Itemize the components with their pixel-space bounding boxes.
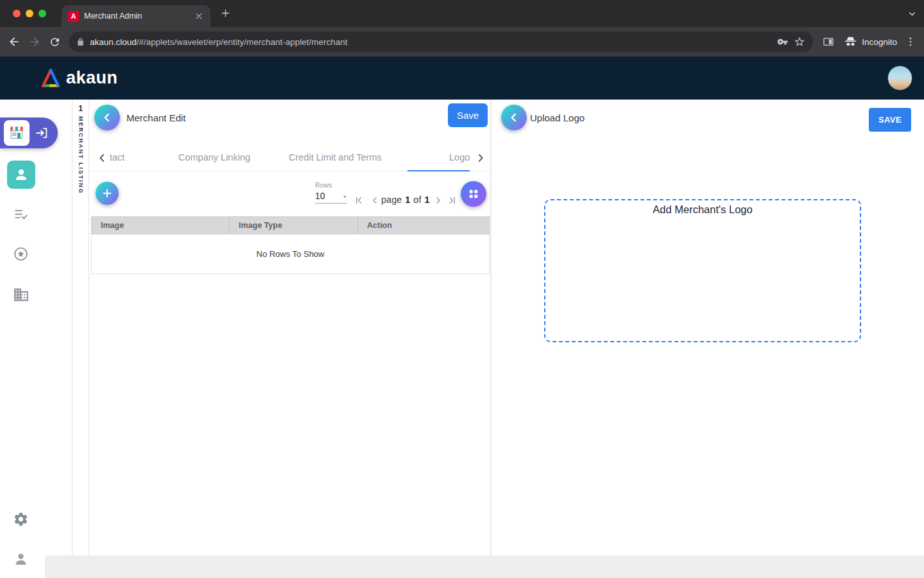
upload-logo-panel: Upload Logo SAVE Add Merchant's Logo [492,100,924,556]
browser-toolbar: akaun.cloud/#/applets/wavelet/erp/entity… [0,27,924,57]
listing-index: 1 [73,104,89,113]
tab-close-icon[interactable] [194,11,204,21]
column-header-image: Image [92,217,229,234]
incognito-label: Incognito [862,37,897,47]
merchant-edit-panel: Merchant Edit Save tact Company Linking … [89,100,491,556]
column-header-image-type: Image Type [229,217,357,234]
reload-button[interactable] [49,36,61,48]
column-header-action: Action [357,217,489,234]
minimize-window-button[interactable] [26,10,33,17]
chevron-down-icon [341,193,348,200]
current-page: 1 [405,195,410,205]
content-area: 1 MERCHANT LISTING Merchant Edit Save ta… [0,100,924,578]
tabs-scroll-right-icon[interactable] [474,152,487,164]
upload-logo-title: Upload Logo [530,112,585,123]
last-page-button[interactable] [447,195,458,206]
user-avatar[interactable] [887,66,912,91]
active-tab-underline [407,170,470,171]
plus-icon [101,187,114,200]
akaun-logo-icon [40,68,62,89]
address-bar[interactable]: akaun.cloud/#/applets/wavelet/erp/entity… [69,31,813,52]
first-page-button[interactable] [354,195,364,206]
password-key-icon[interactable] [777,36,789,48]
building-icon [13,286,30,303]
tab-search-chevron-icon[interactable] [907,8,918,19]
sidebar-item-settings[interactable] [13,511,29,527]
brand: akaun [40,68,118,89]
table-header-row: Image Image Type Action [91,216,490,234]
window-controls [13,10,46,17]
gear-icon [13,511,29,527]
total-pages: 1 [424,195,429,205]
add-image-button[interactable] [96,182,119,205]
side-panel-icon[interactable] [822,35,835,48]
close-window-button[interactable] [13,10,21,17]
sidebar-gutter [45,100,72,556]
tab-credit-limit-and-terms[interactable]: Credit Limit and Terms [289,152,382,162]
sidebar-item-favorites[interactable] [13,246,29,262]
arrow-left-icon [100,110,114,125]
tabs-scroll-left-icon[interactable] [96,152,108,164]
images-table: Image Image Type Action No Rows To Show [91,216,490,274]
new-tab-button[interactable] [219,7,232,19]
page-indicator: page 1 of 1 [381,195,430,205]
logo-dropzone[interactable]: Add Merchant's Logo [544,199,861,342]
rows-label: Rows [315,181,332,189]
merchant-edit-tabs: tact Company Linking Credit Limit and Te… [89,144,490,171]
rows-per-page-select[interactable]: 10 [315,191,347,204]
enter-applet-icon[interactable] [35,126,49,140]
url-text: akaun.cloud/#/applets/wavelet/erp/entity… [90,37,772,47]
upload-logo-save-button[interactable]: SAVE [869,108,911,132]
grid-icon [467,188,480,200]
merchant-edit-title: Merchant Edit [126,112,186,123]
person-head-icon [13,551,29,567]
tab-company-linking[interactable]: Company Linking [178,152,250,162]
tab-favicon-icon: A [68,11,79,22]
browser-tabstrip: A Merchant Admin [0,0,924,27]
checklist-icon [13,206,30,223]
tab-title: Merchant Admin [84,12,189,21]
fullscreen-window-button[interactable] [38,10,46,17]
sidebar-item-listing[interactable] [13,206,30,223]
back-button[interactable] [8,35,21,48]
previous-page-button[interactable] [370,195,380,206]
listing-label: MERCHANT LISTING [78,116,84,195]
star-circle-icon [13,246,29,262]
table-empty-state: No Rows To Show [91,234,490,274]
url-domain: akaun.cloud [90,37,137,47]
url-path: /#/applets/wavelet/erp/entity/merchant-a… [137,37,348,47]
screen: A Merchant Admin akaun.cloud/#/applet [0,0,924,578]
rows-value: 10 [315,191,325,201]
bookmark-star-icon[interactable] [794,36,805,48]
merchant-edit-save-button[interactable]: Save [448,103,488,127]
storefront-icon [4,120,30,146]
person-icon [13,166,30,183]
sidebar-item-profile[interactable] [7,161,35,189]
sidebar [0,100,45,578]
browser-tab[interactable]: A Merchant Admin [62,5,210,27]
merchant-listing-strip[interactable]: 1 MERCHANT LISTING [72,100,89,556]
upload-logo-back-button[interactable] [501,105,527,130]
merchant-edit-back-button[interactable] [94,105,120,130]
dropzone-label: Add Merchant's Logo [653,204,752,215]
forward-button[interactable] [28,35,41,48]
incognito-icon [844,35,857,49]
sidebar-item-organization[interactable] [13,286,30,303]
arrow-left-icon [507,110,521,125]
incognito-badge: Incognito [844,35,897,49]
page-word: page [381,195,402,205]
lock-icon[interactable] [76,38,85,46]
sidebar-item-merchant-applet[interactable] [0,118,58,148]
brand-name: akaun [66,68,118,88]
of-word: of [413,195,421,205]
tab-logo[interactable]: Logo [449,152,470,162]
app-header: akaun [0,57,924,100]
sidebar-item-account[interactable] [13,551,29,567]
tab-contact[interactable]: tact [110,152,124,162]
column-settings-button[interactable] [461,181,486,207]
next-page-button[interactable] [433,195,443,206]
browser-menu-icon[interactable] [905,36,916,48]
